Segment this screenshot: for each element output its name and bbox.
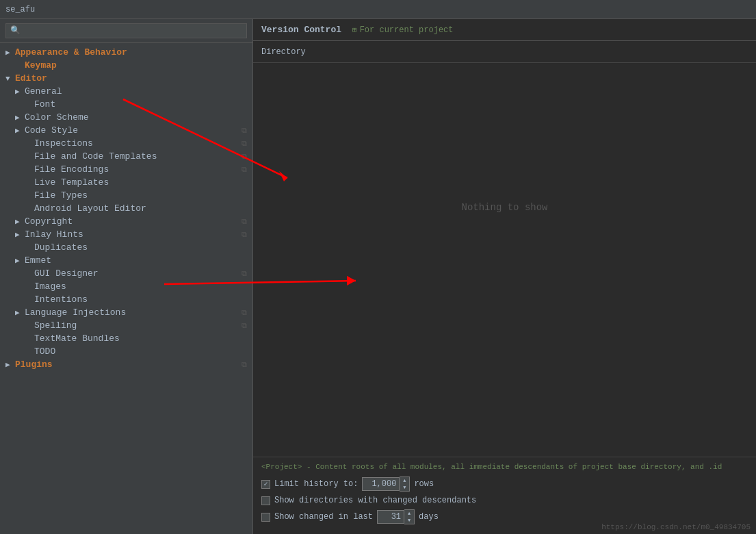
search-bar	[0, 19, 252, 43]
watermark: https://blog.csdn.net/m0_49834705	[601, 523, 751, 531]
sidebar-label-font: Font	[34, 99, 247, 110]
sidebar-item-code-style[interactable]: Code Style⧉	[0, 124, 252, 137]
sidebar-item-copyright[interactable]: Copyright⧉	[0, 215, 252, 228]
sidebar-item-emmet[interactable]: Emmet	[0, 254, 252, 267]
panel-header: Version Control ⊞ For current project	[253, 19, 756, 41]
sidebar-label-images: Images	[34, 281, 247, 292]
limit-history-spinner: ▲ ▼	[400, 476, 410, 492]
sidebar-item-intentions[interactable]: Intentions	[0, 293, 252, 306]
sidebar-label-emmet: Emmet	[25, 255, 247, 266]
arrow-icon-copyright	[15, 217, 25, 226]
sidebar-label-keymap: Keymap	[25, 60, 247, 71]
sidebar-item-general[interactable]: General	[0, 85, 252, 98]
show-changed-last-label: Show changed in last	[274, 512, 373, 522]
sidebar-label-gui-designer: GUI Designer	[34, 268, 239, 279]
sidebar-item-images[interactable]: Images	[0, 280, 252, 293]
copy-icon-plugins: ⧉	[242, 361, 247, 369]
settings-tree: Appearance & Behavior KeymapEditorGenera…	[0, 43, 252, 534]
arrow-icon-language-injections	[15, 308, 25, 317]
copy-icon-spelling: ⧉	[242, 322, 247, 330]
for-project-label: ⊞ For current project	[352, 25, 453, 35]
panel-content: Directory Nothing to show	[253, 41, 756, 457]
arrow-icon-editor	[5, 75, 15, 83]
sidebar-label-inlay-hints: Inlay Hints	[25, 229, 239, 240]
limit-history-input-wrapper: ▲ ▼	[362, 476, 410, 492]
sidebar-item-editor[interactable]: Editor	[0, 72, 252, 85]
days-input-wrapper: ▲ ▼	[377, 509, 415, 524]
show-changed-checkbox[interactable]	[261, 496, 270, 505]
spinner-up[interactable]: ▲	[400, 477, 409, 484]
days-spinner: ▲ ▼	[404, 509, 415, 524]
footer-description: <Project> - Content roots of all modules…	[261, 463, 748, 471]
sidebar-label-color-scheme: Color Scheme	[25, 112, 247, 123]
days-spinner-down[interactable]: ▼	[404, 517, 414, 524]
sidebar-item-textmate-bundles[interactable]: TextMate Bundles	[0, 332, 252, 345]
sidebar-label-file-code-templates: File and Code Templates	[34, 151, 239, 162]
sidebar-item-inlay-hints[interactable]: Inlay Hints⧉	[0, 228, 252, 241]
limit-history-row: Limit history to: ▲ ▼ rows	[261, 476, 748, 492]
sidebar-item-duplicates[interactable]: Duplicates	[0, 241, 252, 254]
copy-icon-file-code-templates: ⧉	[242, 153, 247, 161]
sidebar-item-appearance[interactable]: Appearance & Behavior	[0, 46, 252, 59]
show-changed-row: Show directories with changed descendant…	[261, 496, 748, 505]
arrow-icon-appearance	[5, 48, 15, 57]
spinner-down[interactable]: ▼	[400, 484, 409, 491]
sidebar-item-android-layout-editor[interactable]: Android Layout Editor	[0, 202, 252, 215]
sidebar-label-editor: Editor	[15, 73, 247, 84]
sidebar-item-spelling[interactable]: Spelling⧉	[0, 319, 252, 332]
settings-sidebar: Appearance & Behavior KeymapEditorGenera…	[0, 19, 253, 534]
sidebar-item-todo[interactable]: TODO	[0, 345, 252, 358]
show-changed-last-row: Show changed in last ▲ ▼ days	[261, 509, 748, 524]
show-changed-last-checkbox[interactable]	[261, 513, 270, 522]
sidebar-item-file-encodings[interactable]: File Encodings⧉	[0, 163, 252, 176]
limit-history-input[interactable]	[362, 477, 400, 491]
sidebar-item-file-types[interactable]: File Types	[0, 189, 252, 202]
nothing-to-show: Nothing to show	[461, 202, 547, 213]
arrow-icon-color-scheme	[15, 113, 25, 122]
sidebar-item-live-templates[interactable]: Live Templates	[0, 176, 252, 189]
arrow-icon-emmet	[15, 256, 25, 265]
arrow-icon-inlay-hints	[15, 230, 25, 239]
days-label: days	[419, 512, 439, 522]
copy-icon-copyright: ⧉	[242, 218, 247, 226]
project-icon: ⊞	[352, 25, 357, 34]
days-spinner-up[interactable]: ▲	[404, 510, 414, 517]
directory-section: Directory	[253, 41, 756, 63]
copy-icon-gui-designer: ⧉	[242, 270, 247, 278]
copy-icon-file-encodings: ⧉	[242, 166, 247, 174]
arrow-icon-general	[15, 87, 25, 96]
sidebar-item-keymap[interactable]: Keymap	[0, 59, 252, 72]
limit-history-checkbox[interactable]	[261, 480, 270, 489]
arrow-icon-plugins	[5, 360, 15, 369]
sidebar-item-inspections[interactable]: Inspections⧉	[0, 137, 252, 150]
copy-icon-inlay-hints: ⧉	[242, 231, 247, 239]
search-input[interactable]	[5, 23, 247, 38]
sidebar-label-todo: TODO	[34, 346, 247, 357]
sidebar-label-live-templates: Live Templates	[34, 177, 247, 188]
sidebar-label-android-layout-editor: Android Layout Editor	[34, 203, 247, 214]
sidebar-label-duplicates: Duplicates	[34, 242, 247, 253]
sidebar-label-file-types: File Types	[34, 190, 247, 201]
arrow-icon-code-style	[15, 126, 25, 135]
sidebar-item-font[interactable]: Font	[0, 98, 252, 111]
sidebar-label-file-encodings: File Encodings	[34, 164, 239, 175]
sidebar-label-general: General	[25, 86, 247, 97]
sidebar-item-file-code-templates[interactable]: File and Code Templates⧉	[0, 150, 252, 163]
sidebar-label-language-injections: Language Injections	[25, 307, 239, 318]
sidebar-label-intentions: Intentions	[34, 294, 247, 305]
sidebar-label-spelling: Spelling	[34, 320, 239, 331]
sidebar-item-color-scheme[interactable]: Color Scheme	[0, 111, 252, 124]
show-changed-label: Show directories with changed descendant…	[274, 496, 476, 505]
panel-title: Version Control	[261, 25, 341, 35]
copy-icon-code-style: ⧉	[242, 127, 247, 135]
sidebar-item-language-injections[interactable]: Language Injections⧉	[0, 306, 252, 319]
sidebar-item-plugins[interactable]: Plugins⧉	[0, 358, 252, 371]
days-input[interactable]	[377, 510, 404, 524]
sidebar-item-gui-designer[interactable]: GUI Designer⧉	[0, 267, 252, 280]
right-panel: Version Control ⊞ For current project Di…	[253, 19, 756, 534]
sidebar-label-copyright: Copyright	[25, 216, 239, 227]
limit-history-label: Limit history to:	[274, 479, 358, 489]
copy-icon-inspections: ⧉	[242, 140, 247, 148]
sidebar-label-code-style: Code Style	[25, 125, 239, 136]
sidebar-label-textmate-bundles: TextMate Bundles	[34, 333, 247, 344]
